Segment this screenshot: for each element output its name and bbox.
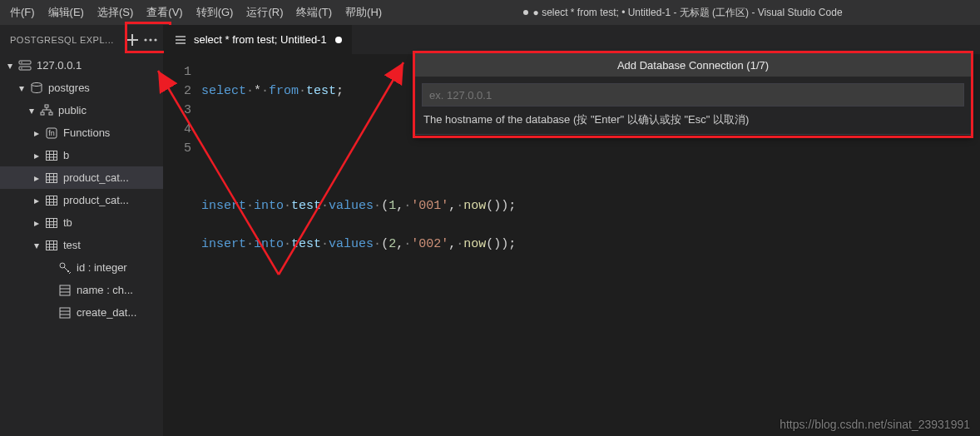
modified-dot-icon [335,37,342,43]
code-token: ) [501,199,508,213]
menu-view[interactable]: 查看(V) [140,0,189,25]
menu-terminal[interactable]: 终端(T) [290,0,339,25]
tree-column-create-date[interactable]: create_dat... [0,301,163,324]
tree-column-name[interactable]: name : ch... [0,279,163,301]
tree-label: test [63,239,81,251]
code-token: 1 [389,199,396,213]
svg-point-5 [21,62,22,63]
line-number: 4 [164,120,191,139]
svg-rect-13 [47,151,57,160]
table-icon [43,216,60,230]
code-token: * [254,84,261,98]
tree-label: public [58,104,87,116]
svg-rect-20 [60,308,70,318]
tree-label: product_cat... [63,194,129,206]
code-token: into [254,237,284,251]
svg-rect-17 [47,240,57,250]
tab-sql-file[interactable]: select * from test; Untitled-1 [164,25,353,54]
postgres-explorer-tree: 127.0.0.1 postgres public fn Functions b [0,54,163,324]
tree-label: 127.0.0.1 [37,59,82,72]
code-token: '002' [411,237,448,251]
code-token: ; [508,237,516,251]
tree-label: postgres [48,82,90,94]
code-token: ) [493,199,501,213]
tree-functions[interactable]: fn Functions [0,121,163,144]
plus-icon [126,34,138,46]
code-token: , [396,237,403,251]
server-icon [17,59,33,72]
tree-label: b [63,149,69,161]
code-token: ; [508,199,516,213]
tab-bar: select * from test; Untitled-1 [164,25,980,54]
chevron-right-icon [30,195,43,206]
menu-edit[interactable]: 编辑(E) [42,0,91,25]
code-token: values [329,237,374,251]
code-token: 2 [389,237,396,251]
code-token: , [448,237,456,251]
tree-column-id[interactable]: id : integer [0,256,163,279]
quickinput-title: Add Database Connection (1/7) [415,53,971,77]
tree-table-product-cat-1[interactable]: product_cat... [0,166,163,189]
table-icon [43,239,60,252]
column-icon [57,306,73,320]
code-token: test [291,237,321,251]
modified-indicator-icon [523,10,528,15]
database-host-input[interactable] [422,83,964,107]
tree-table-test[interactable]: test [0,234,163,256]
svg-rect-16 [47,218,57,227]
tree-label: create_dat... [77,306,136,319]
tree-database[interactable]: postgres [0,77,163,99]
code-token: now [463,237,486,251]
svg-rect-10 [49,112,52,115]
tree-table-product-cat-2[interactable]: product_cat... [0,189,163,211]
code-token: insert [201,199,246,213]
chevron-down-icon [15,82,28,94]
svg-rect-3 [19,61,31,64]
chevron-right-icon [30,127,43,139]
menu-run[interactable]: 运行(R) [240,0,290,25]
svg-rect-9 [41,112,44,115]
more-actions-button[interactable] [141,31,160,49]
tree-label: product_cat... [63,171,129,184]
svg-point-7 [32,82,42,86]
quickinput-modal: Add Database Connection (1/7) The hostna… [414,52,972,135]
tree-table-b[interactable]: b [0,144,163,166]
code-token: now [463,199,486,213]
code-token: ; [336,84,344,98]
code-token: insert [201,237,246,251]
menu-help[interactable]: 帮助(H) [339,0,389,25]
svg-rect-19 [60,285,70,295]
code-token: ) [493,237,501,251]
window-title-text: ● select * from test; • Untitled-1 - 无标题… [533,7,843,18]
sidebar: POSTGRESQL EXPL... 127.0.0.1 postgres [0,25,164,436]
menu-goto[interactable]: 转到(G) [190,0,240,25]
menu-hamburger-icon [174,33,187,47]
menu-select[interactable]: 选择(S) [91,0,140,25]
tree-label: tb [63,216,72,229]
svg-point-2 [154,38,156,41]
add-connection-button[interactable] [123,31,141,49]
tree-table-tb[interactable]: tb [0,211,163,234]
svg-rect-8 [45,105,48,107]
chevron-right-icon [30,150,43,161]
watermark-text: https://blog.csdn.net/sinat_23931991 [780,418,970,431]
menu-bar: 件(F) 编辑(E) 选择(S) 查看(V) 转到(G) 运行(R) 终端(T)… [0,0,980,25]
menu-file[interactable]: 件(F) [3,0,42,25]
svg-text:fn: fn [48,129,55,137]
window-title: ● select * from test; • Untitled-1 - 无标题… [389,6,977,20]
code-token: , [396,199,403,213]
line-number: 2 [164,82,191,101]
code-token: from [269,84,299,98]
column-icon [57,284,73,297]
chevron-down-icon [30,240,43,251]
code-token: ) [501,237,508,251]
key-icon [57,261,73,275]
chevron-down-icon [25,105,38,116]
ellipsis-icon [144,38,157,42]
code-token: test [306,84,336,98]
table-icon [43,149,60,162]
tree-server[interactable]: 127.0.0.1 [0,54,163,77]
svg-rect-4 [19,67,31,70]
tree-schema[interactable]: public [0,99,163,121]
database-icon [28,82,45,95]
